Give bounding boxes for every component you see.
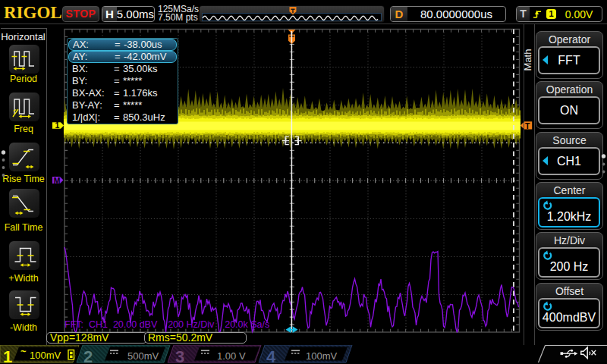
svg-text:100mV: 100mV	[306, 350, 338, 362]
svg-text:3: 3	[175, 347, 184, 364]
svg-text:500mV: 500mV	[127, 350, 159, 362]
svg-text:1: 1	[3, 347, 12, 364]
svg-text:1.00 V: 1.00 V	[217, 350, 246, 362]
svg-text:T: T	[525, 121, 530, 130]
svg-text:1: 1	[55, 121, 60, 130]
svg-text:M: M	[54, 176, 61, 185]
svg-text:100mV: 100mV	[30, 350, 61, 361]
svg-text:2: 2	[83, 347, 93, 364]
svg-text:4: 4	[266, 347, 276, 364]
svg-text:~: ~	[20, 346, 27, 357]
